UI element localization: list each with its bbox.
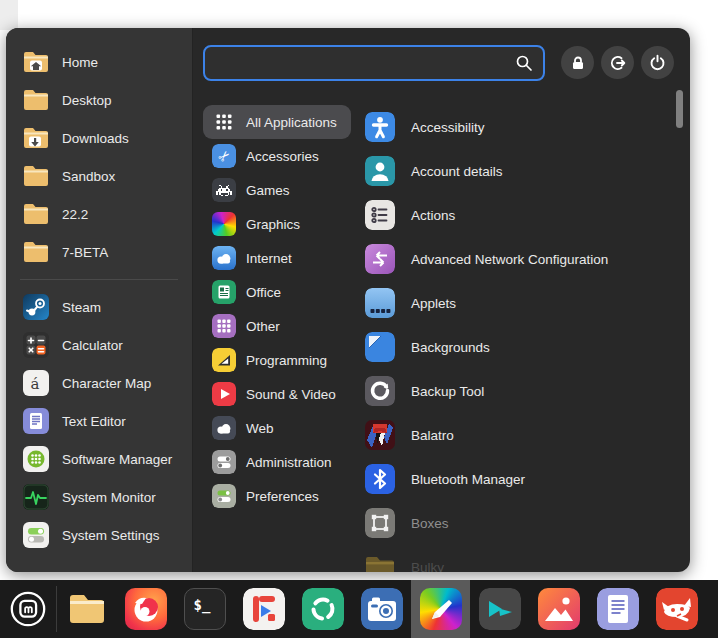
search-icon	[515, 54, 533, 72]
category-preferences[interactable]: Preferences	[203, 479, 333, 513]
mint-menu-button[interactable]	[0, 580, 56, 638]
sidebar-item-label: 7-BETA	[62, 245, 108, 260]
grid-icon	[212, 110, 236, 134]
folder-icon	[23, 239, 49, 265]
sidebar-item-label: Text Editor	[62, 414, 126, 429]
sidebar-item-label: System Monitor	[62, 490, 156, 505]
category-label: Office	[246, 285, 281, 300]
category-list: All Applications ✂ Accessories Games	[203, 105, 368, 513]
app-backup-tool[interactable]: Backup Tool	[365, 369, 675, 413]
pinta-paintbrush-icon	[420, 588, 462, 630]
sidebar-item-system-monitor[interactable]: System Monitor	[6, 478, 192, 516]
sidebar-item-downloads[interactable]: Downloads	[6, 119, 192, 157]
sidebar-item-label: Steam	[62, 300, 101, 315]
category-administration[interactable]: Administration	[203, 445, 346, 479]
category-label: Sound & Video	[246, 387, 336, 402]
folder-icon	[23, 87, 49, 113]
category-office[interactable]: Office	[203, 275, 295, 309]
taskbar-file-manager[interactable]	[57, 580, 116, 638]
sidebar-item-label: Software Manager	[62, 452, 172, 467]
downloads-folder-icon	[23, 125, 49, 151]
app-backgrounds[interactable]: Backgrounds	[365, 325, 675, 369]
taskbar-firefox[interactable]	[116, 580, 175, 638]
tabby-terminal-icon	[479, 588, 521, 630]
menu-sidebar: Home Desktop Downloads Sandbox	[6, 28, 193, 572]
category-label: Other	[246, 319, 280, 334]
category-accessories[interactable]: ✂ Accessories	[203, 139, 333, 173]
taskbar-terminal[interactable]: $_	[175, 580, 234, 638]
freetube-icon	[243, 588, 285, 630]
sidebar-item-steam[interactable]: Steam	[6, 288, 192, 326]
category-web[interactable]: Web	[203, 411, 288, 445]
app-boxes[interactable]: Boxes	[365, 501, 675, 545]
category-label: Graphics	[246, 217, 300, 232]
sidebar-item-sandbox[interactable]: Sandbox	[6, 157, 192, 195]
document-icon	[212, 280, 236, 304]
taskbar-freetube[interactable]	[234, 580, 293, 638]
firefox-icon	[125, 588, 167, 630]
category-games[interactable]: Games	[203, 173, 304, 207]
app-advanced-network-configuration[interactable]: Advanced Network Configuration	[365, 237, 675, 281]
terminal-icon: $_	[184, 588, 226, 630]
logout-button[interactable]	[601, 46, 634, 79]
app-bulky[interactable]: Bulky	[365, 545, 675, 572]
logout-icon	[609, 54, 627, 72]
search-input[interactable]	[215, 54, 515, 72]
home-folder-icon	[23, 49, 49, 75]
system-settings-icon	[23, 522, 49, 548]
app-bluetooth-manager[interactable]: Bluetooth Manager	[365, 457, 675, 501]
sidebar-item-calculator[interactable]: Calculator	[6, 326, 192, 364]
sidebar-item-7-beta[interactable]: 7-BETA	[6, 233, 192, 271]
app-label: Account details	[411, 164, 503, 179]
taskbar-document-editor[interactable]	[588, 580, 647, 638]
category-programming[interactable]: Programming	[203, 343, 341, 377]
folder-icon	[23, 163, 49, 189]
background-window-strip	[0, 0, 18, 30]
sidebar-item-label: Desktop	[62, 93, 112, 108]
backup-arrow-icon	[365, 376, 395, 406]
menu-main-area: All Applications ✂ Accessories Games	[194, 28, 690, 572]
image-viewer-icon	[538, 588, 580, 630]
taskbar-image-viewer[interactable]	[529, 580, 588, 638]
power-icon	[649, 54, 666, 71]
category-graphics[interactable]: Graphics	[203, 207, 314, 241]
sidebar-item-home[interactable]: Home	[6, 43, 192, 81]
taskbar-software-updater[interactable]	[293, 580, 352, 638]
taskbar-camera-app[interactable]	[352, 580, 411, 638]
sidebar-item-22-2[interactable]: 22.2	[6, 195, 192, 233]
category-sound-video[interactable]: Sound & Video	[203, 377, 350, 411]
app-actions[interactable]: Actions	[365, 193, 675, 237]
app-label: Bulky	[411, 560, 444, 573]
file-manager-folder-icon	[66, 588, 108, 630]
steam-icon	[23, 294, 49, 320]
lock-button[interactable]	[561, 46, 594, 79]
search-box[interactable]	[203, 45, 545, 81]
sidebar-item-label: Home	[62, 55, 98, 70]
gimp-icon	[656, 588, 698, 630]
category-other[interactable]: Other	[203, 309, 294, 343]
dark-folder-icon	[365, 552, 395, 572]
category-label: Preferences	[246, 489, 319, 504]
power-button[interactable]	[641, 46, 674, 79]
category-internet[interactable]: Internet	[203, 241, 306, 275]
app-applets[interactable]: Applets	[365, 281, 675, 325]
taskbar-pinta[interactable]	[411, 580, 470, 638]
sidebar-item-software-manager[interactable]: Software Manager	[6, 440, 192, 478]
accessibility-icon	[365, 112, 395, 142]
mint-menu-panel: Home Desktop Downloads Sandbox	[6, 28, 690, 572]
app-account-details[interactable]: Account details	[365, 149, 675, 193]
play-icon	[212, 382, 236, 406]
svg-text:á: á	[31, 375, 40, 393]
app-accessibility[interactable]: Accessibility	[365, 105, 675, 149]
sidebar-item-character-map[interactable]: á Character Map	[6, 364, 192, 402]
sidebar-item-desktop[interactable]: Desktop	[6, 81, 192, 119]
category-all-applications[interactable]: All Applications	[203, 105, 351, 139]
taskbar-gimp[interactable]	[647, 580, 706, 638]
app-label: Balatro	[411, 428, 454, 443]
application-list: Accessibility Account details	[365, 105, 675, 572]
taskbar-tabby[interactable]	[470, 580, 529, 638]
scrollbar-thumb[interactable]	[676, 90, 683, 128]
app-balatro[interactable]: Balatro	[365, 413, 675, 457]
sidebar-item-system-settings[interactable]: System Settings	[6, 516, 192, 554]
sidebar-item-text-editor[interactable]: Text Editor	[6, 402, 192, 440]
